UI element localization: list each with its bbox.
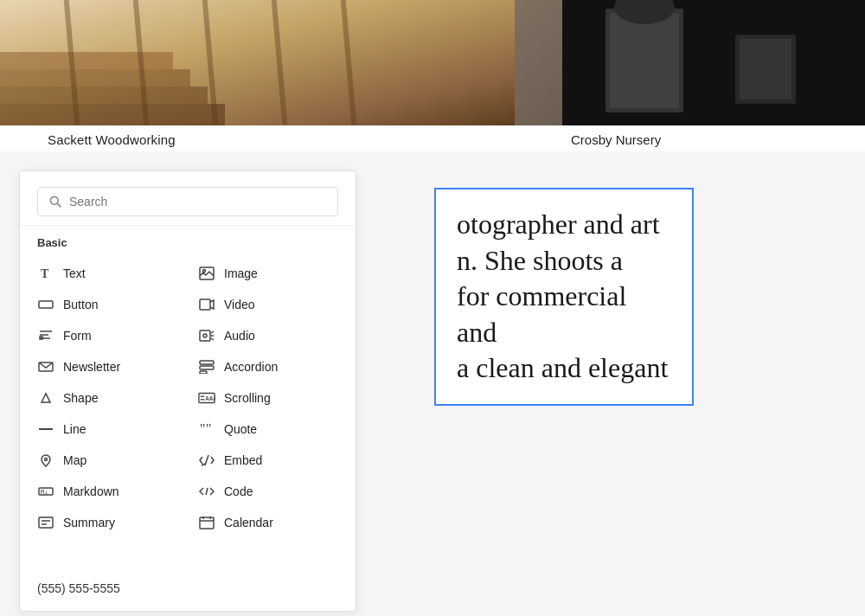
item-shape-label: Shape xyxy=(63,391,98,405)
svg-rect-4 xyxy=(0,104,225,125)
item-embed[interactable]: Embed xyxy=(188,445,349,476)
item-code-label: Code xyxy=(224,484,253,498)
search-container xyxy=(20,171,356,226)
item-video[interactable]: Video xyxy=(188,289,349,320)
item-line-label: Line xyxy=(63,422,86,436)
item-map-label: Map xyxy=(63,453,86,467)
basic-section-label: Basic xyxy=(20,226,356,254)
woodworking-image xyxy=(0,0,562,125)
svg-rect-27 xyxy=(200,330,210,341)
svg-rect-2 xyxy=(0,69,190,87)
top-right-card: Crosby Nursery xyxy=(562,0,865,151)
item-calendar-label: Calendar xyxy=(224,516,273,529)
svg-rect-52 xyxy=(200,517,214,529)
audio-icon xyxy=(198,327,215,344)
form-icon xyxy=(37,327,54,344)
item-newsletter[interactable]: Newsletter xyxy=(27,351,188,382)
svg-point-43 xyxy=(45,459,48,461)
woodworking-caption: Sackett Woodworking xyxy=(0,125,562,147)
main-area: Basic T Text xyxy=(0,151,865,616)
scrolling-icon: AAA xyxy=(198,389,215,407)
embed-icon xyxy=(198,452,215,469)
svg-text:M↓: M↓ xyxy=(41,489,48,496)
insert-panel: Basic T Text xyxy=(19,170,356,612)
search-input[interactable] xyxy=(69,195,327,209)
svg-rect-3 xyxy=(0,87,208,104)
code-icon xyxy=(198,483,215,500)
quote-icon: " " xyxy=(198,420,215,438)
svg-rect-35 xyxy=(200,371,207,374)
item-scrolling[interactable]: AAA Scrolling xyxy=(188,382,349,414)
item-scrolling-label: Scrolling xyxy=(224,391,271,405)
top-area: Sackett Woodworking Crosby Nursery xyxy=(0,0,865,151)
item-markdown-label: Markdown xyxy=(63,484,119,498)
accordion-icon xyxy=(198,358,215,375)
button-icon xyxy=(37,296,54,313)
nursery-caption: Crosby Nursery xyxy=(562,125,865,147)
svg-point-28 xyxy=(203,334,207,337)
item-audio-label: Audio xyxy=(224,329,255,343)
item-quote[interactable]: " " Quote xyxy=(188,414,349,445)
item-embed-label: Embed xyxy=(224,453,262,467)
shape-icon xyxy=(37,389,54,407)
svg-rect-49 xyxy=(39,517,53,528)
svg-text:": " xyxy=(206,422,212,436)
svg-rect-12 xyxy=(610,13,679,108)
svg-line-48 xyxy=(206,488,208,495)
text-icon: T xyxy=(37,265,54,282)
item-text[interactable]: T Text xyxy=(27,258,188,289)
image-icon xyxy=(198,265,215,282)
svg-rect-15 xyxy=(740,39,791,99)
item-line[interactable]: Line xyxy=(27,414,188,445)
item-text-label: Text xyxy=(63,266,86,280)
item-button[interactable]: Button xyxy=(27,289,188,320)
svg-rect-1 xyxy=(0,52,173,69)
svg-point-16 xyxy=(50,196,58,204)
item-summary-label: Summary xyxy=(63,516,115,529)
svg-rect-21 xyxy=(39,301,53,308)
svg-rect-33 xyxy=(200,361,214,364)
item-accordion-label: Accordion xyxy=(224,360,278,374)
search-icon xyxy=(48,195,62,209)
line-icon xyxy=(37,420,54,438)
svg-line-29 xyxy=(211,331,214,333)
svg-line-44 xyxy=(205,455,208,465)
item-image[interactable]: Image xyxy=(188,258,349,289)
item-map[interactable]: Map xyxy=(27,445,188,476)
svg-rect-22 xyxy=(200,299,210,310)
item-image-label: Image xyxy=(224,266,258,280)
item-form[interactable]: Form xyxy=(27,320,188,351)
content-area: otographer and artn. She shoots afor com… xyxy=(356,151,865,616)
svg-text:": " xyxy=(200,422,206,436)
svg-rect-34 xyxy=(200,366,214,369)
top-left-card: Sackett Woodworking xyxy=(0,0,562,151)
items-grid: T Text Image xyxy=(20,254,356,542)
video-icon xyxy=(198,296,215,313)
item-code[interactable]: Code xyxy=(188,476,349,507)
item-summary[interactable]: Summary xyxy=(27,507,188,538)
item-quote-label: Quote xyxy=(224,422,257,436)
text-block: otographer and artn. She shoots afor com… xyxy=(434,188,694,406)
article-text: otographer and artn. She shoots afor com… xyxy=(457,207,671,387)
calendar-icon xyxy=(198,514,215,531)
item-form-label: Form xyxy=(63,329,92,343)
search-box[interactable] xyxy=(37,187,338,216)
nursery-image xyxy=(562,0,865,125)
item-markdown[interactable]: M↓ Markdown xyxy=(27,476,188,507)
svg-line-31 xyxy=(211,338,214,340)
item-video-label: Video xyxy=(224,298,255,311)
item-shape[interactable]: Shape xyxy=(27,382,188,414)
svg-line-17 xyxy=(57,203,61,207)
markdown-icon: M↓ xyxy=(37,483,54,500)
item-audio[interactable]: Audio xyxy=(188,320,349,351)
svg-text:AAA: AAA xyxy=(205,395,215,401)
svg-text:T: T xyxy=(41,267,49,280)
phone-number: (555) 555-5555 xyxy=(37,581,120,595)
item-accordion[interactable]: Accordion xyxy=(188,351,349,382)
newsletter-icon xyxy=(37,358,54,375)
item-newsletter-label: Newsletter xyxy=(63,360,120,374)
item-button-label: Button xyxy=(63,298,98,311)
summary-icon xyxy=(37,514,54,531)
item-calendar[interactable]: Calendar xyxy=(188,507,349,538)
map-icon xyxy=(37,452,54,469)
